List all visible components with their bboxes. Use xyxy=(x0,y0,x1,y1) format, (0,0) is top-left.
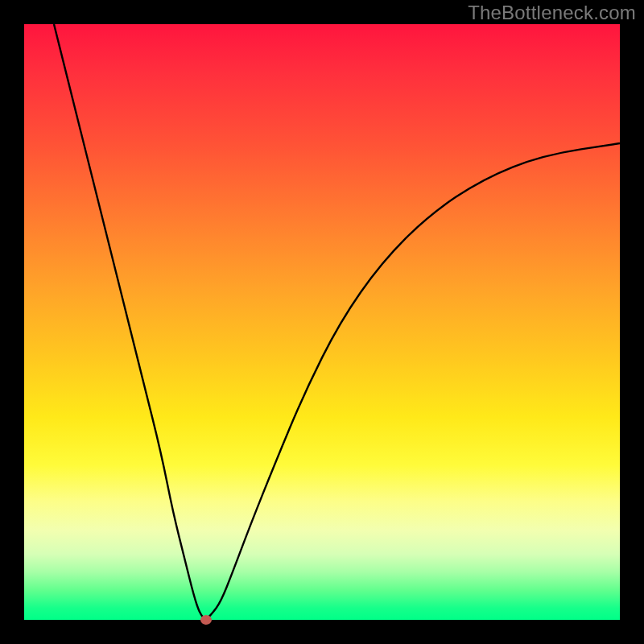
optimal-point-marker xyxy=(200,615,212,625)
curve-path xyxy=(54,24,620,618)
bottleneck-curve-line xyxy=(24,24,620,620)
watermark-label: TheBottleneck.com xyxy=(468,2,636,24)
chart-frame: TheBottleneck.com xyxy=(0,0,644,644)
